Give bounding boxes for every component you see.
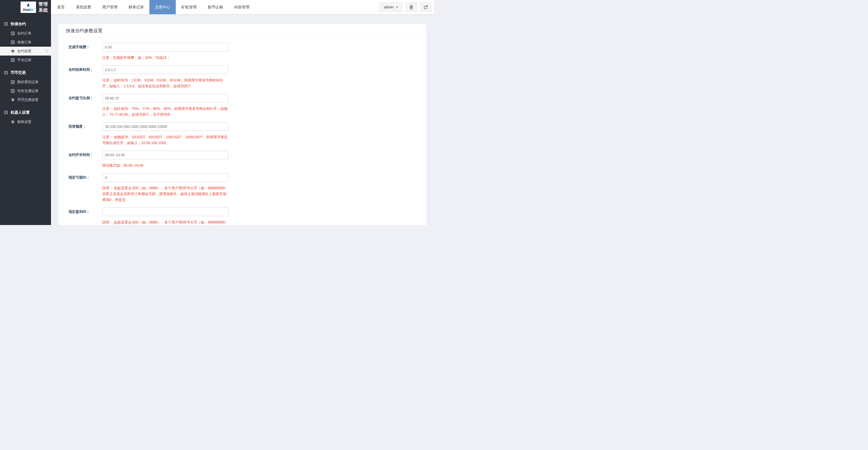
trash-icon <box>409 5 413 10</box>
page-title: 快速合约参数设置 <box>58 24 426 37</box>
field-note: 注意：交易的手续费，如：10%；写成10； <box>102 55 229 61</box>
logout-export-icon <box>424 5 428 9</box>
field-label: 合约盈亏比例： <box>68 94 102 117</box>
tab-home[interactable]: 首页 <box>52 0 70 14</box>
logo-wordmark: Huobi <box>23 8 33 11</box>
form-group-assigned-profit-id: 指定盈利ID： 说明： 此处设置会员ID（如：8888），多个用户用|符号分开（… <box>68 208 426 225</box>
settings-card: 快速合约参数设置 交易手续费： 注意：交易的手续费，如：10%；写成10； 合约… <box>58 24 426 225</box>
assigned-profit-id-input[interactable] <box>102 208 228 216</box>
gear-icon <box>11 98 15 102</box>
gear-icon <box>11 120 15 124</box>
sidebar-section-robot-settings[interactable]: 机器人设置 <box>0 107 51 117</box>
form-group-profit-loss-ratio: 合约盈亏比例： 注意： 如比例为：75%、77%，80%、85%，则请用字母逗号… <box>68 94 426 117</box>
list-icon <box>11 80 15 84</box>
sidebar-item-contract-orders[interactable]: 合约订单 <box>0 29 51 38</box>
sidebar: 快速合约 合约订单 体验订单 合约设置 <box>0 14 51 225</box>
admin-username: admin <box>384 5 394 9</box>
profit-loss-ratio-input[interactable] <box>102 94 228 102</box>
sidebar-item-coin-trade-settings[interactable]: 币币交易设置 <box>0 95 51 104</box>
gear-icon <box>11 49 15 53</box>
field-note: 说明： 此处设置会员ID（如：8888），多个用户用|符号分开（如：8888|9… <box>102 219 229 225</box>
list-icon <box>11 40 15 44</box>
form-group-market-open-time: 合约开市时间： 填写格式如：00:00~24:00 <box>68 151 426 169</box>
collapse-minus-icon <box>4 111 8 114</box>
field-label: 投资额度： <box>68 122 102 146</box>
sidebar-item-contract-settings[interactable]: 合约设置 <box>0 47 51 56</box>
flame-icon <box>26 3 30 8</box>
tab-system-settings[interactable]: 系统设置 <box>70 0 97 14</box>
sidebar-item-brush-order-settings[interactable]: 刷单设置 <box>0 117 51 126</box>
top-nav: 首页 系统设置 用户管理 财务记录 交易中心 矿机管理 新币认购 内容管理 <box>52 0 255 14</box>
field-note: 注意： 如比例为：75%、77%，80%、85%，则请用字母逗号将比例分开，如输… <box>102 106 229 117</box>
field-label: 交易手续费： <box>68 43 102 61</box>
form-group-investment-amount: 投资额度： 注意： 如额度为：10USDT、50USDT，100USDT、100… <box>68 122 426 146</box>
field-label: 指定亏损ID： <box>68 173 102 203</box>
field-note: 注意： 如额度为：10USDT、50USDT，100USDT、1000USDT，… <box>102 134 229 146</box>
field-label: 合约开市时间： <box>68 151 102 169</box>
collapse-minus-icon <box>4 71 8 74</box>
logout-button[interactable] <box>420 2 431 12</box>
assigned-loss-id-input[interactable] <box>102 173 228 182</box>
sidebar-item-limit-order-records[interactable]: 限价委托记录 <box>0 78 51 87</box>
huobi-logo: Huobi <box>21 2 36 13</box>
list-icon <box>11 58 15 62</box>
sidebar-section-coin-trade[interactable]: 币币交易 <box>0 67 51 78</box>
field-label: 合约结单时间： <box>68 65 102 89</box>
sidebar-item-market-trade-records[interactable]: 市价交易记录 <box>0 87 51 95</box>
tab-content-management[interactable]: 内容管理 <box>228 0 255 14</box>
field-note: 填写格式如：00:00~24:00 <box>102 162 229 169</box>
sidebar-section-quick-contract[interactable]: 快速合约 <box>0 19 51 29</box>
form-group-trade-fee: 交易手续费： 注意：交易的手续费，如：10%；写成10； <box>68 43 426 61</box>
top-header: Huobi 管理系统 首页 系统设置 用户管理 财务记录 交易中心 矿机管理 新… <box>0 0 434 14</box>
form-group-assigned-loss-id: 指定亏损ID： 说明： 此处设置会员ID（如：8888），多个用户用|符号分开（… <box>68 173 426 203</box>
header-controls: admin ▼ <box>379 0 434 14</box>
list-icon <box>11 89 15 93</box>
sidebar-item-trial-orders[interactable]: 体验订单 <box>0 38 51 47</box>
settings-form: 交易手续费： 注意：交易的手续费，如：10%；写成10； 合约结单时间： 注意：… <box>58 37 426 225</box>
market-open-time-input[interactable] <box>102 151 228 159</box>
trash-button[interactable] <box>406 2 417 12</box>
collapse-minus-icon <box>4 22 8 26</box>
list-icon <box>11 31 15 35</box>
field-note: 说明： 此处设置会员ID（如：8888），多个用户用|符号分开（如：8888|9… <box>102 185 229 203</box>
field-label: 指定盈利ID： <box>68 208 102 225</box>
system-name: 管理系统 <box>38 1 51 13</box>
field-note: 注意： 如时间为：1分钟、3分钟、5分钟、30分钟，则请用字母逗号将时间分开，如… <box>102 78 229 89</box>
tab-finance-records[interactable]: 财务记录 <box>123 0 149 14</box>
brand-area: Huobi 管理系统 <box>0 0 51 14</box>
tab-user-management[interactable]: 用户管理 <box>97 0 123 14</box>
tab-new-coin-subscription[interactable]: 新币认购 <box>202 0 228 14</box>
investment-amount-input[interactable] <box>102 122 228 131</box>
form-group-settlement-time: 合约结单时间： 注意： 如时间为：1分钟、3分钟、5分钟、30分钟，则请用字母逗… <box>68 65 426 89</box>
chevron-right-icon <box>45 49 48 53</box>
caret-down-icon: ▼ <box>396 6 398 8</box>
admin-user-dropdown[interactable]: admin ▼ <box>379 2 403 12</box>
trade-fee-input[interactable] <box>102 43 228 52</box>
tab-trade-center[interactable]: 交易中心 <box>149 0 176 14</box>
sidebar-item-close-position-records[interactable]: 平仓记录 <box>0 56 51 64</box>
settlement-time-input[interactable] <box>102 65 228 74</box>
tab-miner-management[interactable]: 矿机管理 <box>176 0 202 14</box>
